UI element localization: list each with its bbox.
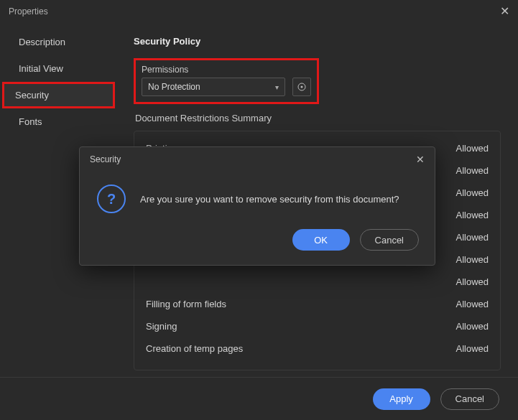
restriction-row: Filling of form fieldsAllowed xyxy=(146,293,489,315)
dialog-title: Security xyxy=(90,154,121,164)
ok-button[interactable]: OK xyxy=(292,229,350,251)
dialog-cancel-button[interactable]: Cancel xyxy=(360,229,419,251)
restriction-status: Allowed xyxy=(455,143,489,154)
restriction-row: SigningAllowed xyxy=(146,315,489,337)
question-icon: ? xyxy=(97,185,126,213)
sidebar-item-label: Fonts xyxy=(19,116,42,127)
restriction-status: Allowed xyxy=(455,343,489,354)
window-title: Properties xyxy=(9,6,48,17)
permissions-box: Permissions No Protection ▾ xyxy=(134,58,319,104)
restriction-status: Allowed xyxy=(455,165,489,176)
restriction-status: Allowed xyxy=(455,254,489,265)
sidebar-item-label: Description xyxy=(19,37,65,47)
svg-point-1 xyxy=(301,86,303,88)
target-icon xyxy=(297,82,307,92)
restriction-status: Allowed xyxy=(455,299,489,309)
sidebar-item-label: Security xyxy=(15,90,49,101)
section-title: Security Policy xyxy=(134,36,501,47)
dialog-message: Are you sure you want to remove security… xyxy=(140,194,399,205)
restriction-label: Filling of form fields xyxy=(146,299,226,309)
details-button[interactable] xyxy=(292,78,311,96)
permissions-select[interactable]: No Protection ▾ xyxy=(142,78,285,96)
sidebar-item-initial-view[interactable]: Initial View xyxy=(0,55,121,82)
dialog-titlebar: Security ✕ xyxy=(80,147,435,172)
restriction-status: Allowed xyxy=(455,232,489,243)
restriction-label: Signing xyxy=(146,321,177,332)
restriction-row: Creation of temp pagesAllowed xyxy=(146,337,489,360)
apply-button[interactable]: Apply xyxy=(373,388,430,410)
restriction-label: Creation of temp pages xyxy=(146,343,243,354)
permissions-value: No Protection xyxy=(148,82,200,92)
restriction-status: Allowed xyxy=(455,276,489,287)
sidebar-item-label: Initial View xyxy=(19,63,63,74)
footer: Apply Cancel xyxy=(0,377,518,420)
close-icon[interactable]: ✕ xyxy=(500,6,509,17)
chevron-down-icon: ▾ xyxy=(275,83,279,91)
titlebar: Properties ✕ xyxy=(0,0,518,23)
restriction-status: Allowed xyxy=(455,321,489,332)
confirm-dialog: Security ✕ ? Are you sure you want to re… xyxy=(79,146,435,266)
sidebar-item-security[interactable]: Security xyxy=(2,82,115,108)
restrictions-title: Document Restrictions Summary xyxy=(135,113,501,123)
sidebar-item-description[interactable]: Description xyxy=(0,29,121,55)
restriction-row: Allowed xyxy=(146,271,489,293)
permissions-label: Permissions xyxy=(142,65,311,75)
restriction-status: Allowed xyxy=(455,187,489,198)
cancel-button[interactable]: Cancel xyxy=(440,388,499,410)
dialog-close-icon[interactable]: ✕ xyxy=(416,154,425,164)
restriction-status: Allowed xyxy=(455,210,489,220)
sidebar-item-fonts[interactable]: Fonts xyxy=(0,108,121,135)
